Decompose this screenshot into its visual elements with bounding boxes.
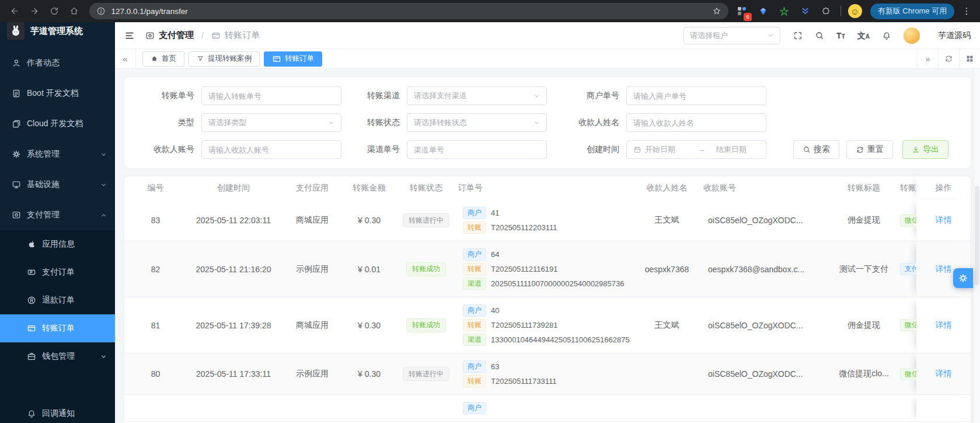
- sidebar-subitem-转账订单[interactable]: 转账订单: [0, 314, 115, 342]
- cell-actions: 详情: [916, 200, 971, 241]
- translate-icon[interactable]: 文A: [857, 32, 870, 40]
- filter-select-转账渠道[interactable]: 请选择支付渠道: [407, 86, 547, 105]
- app-logo[interactable]: 芋道管理系统: [0, 22, 115, 40]
- info-icon[interactable]: [96, 6, 106, 16]
- input-收款人账号: [201, 140, 341, 159]
- breadcrumb-section[interactable]: 支付管理: [159, 30, 194, 41]
- column-header-amount: 转账金额: [344, 176, 394, 200]
- tabs-refresh-button[interactable]: [938, 49, 959, 68]
- browser-reload-button[interactable]: [46, 2, 63, 20]
- sidebar-subitem-退款订单[interactable]: 退款订单: [0, 286, 115, 314]
- extension-gem-icon[interactable]: [755, 4, 770, 19]
- search-icon[interactable]: [815, 31, 824, 40]
- reload-icon: [50, 6, 59, 16]
- menu-fold-icon[interactable]: [124, 30, 135, 41]
- sidebar-item-系统管理[interactable]: 系统管理: [0, 139, 115, 169]
- gem-icon: [758, 6, 768, 16]
- cell-payee-name: 王文斌: [630, 297, 703, 353]
- browser-back-button[interactable]: [6, 2, 23, 20]
- browser-home-button[interactable]: [65, 2, 83, 20]
- column-header-op: 操作: [916, 176, 971, 200]
- order-no-value: 1330001046449442505110062516628752: [491, 335, 630, 344]
- fullscreen-icon[interactable]: [793, 31, 803, 40]
- sidebar-subitem-label: 支付订单: [42, 267, 107, 278]
- username[interactable]: 芋道源码: [938, 30, 971, 41]
- cell-create-time: 2025-05-11 21:16:20: [187, 241, 280, 297]
- refresh-icon: [856, 145, 864, 154]
- table-row: 812025-05-11 17:39:28商城应用¥ 0.30转账成功商户40转…: [124, 297, 971, 353]
- cell-pay-app: 商城应用: [280, 297, 344, 353]
- cell-payee-name: [630, 353, 703, 395]
- extensions-puzzle-button[interactable]: [818, 4, 833, 19]
- order-line: 转账T202505112116191: [463, 262, 626, 276]
- sidebar-item-label: 系统管理: [27, 149, 95, 160]
- 搜索-button[interactable]: 搜索: [793, 140, 839, 159]
- extension-star-icon[interactable]: [776, 4, 791, 19]
- tenant-select[interactable]: 请选择租户: [683, 27, 780, 44]
- sidebar-subitem-支付订单[interactable]: 支付订单: [0, 258, 115, 286]
- sidebar-item-label: Boot 开发文档: [27, 88, 107, 99]
- button-label: 重置: [867, 144, 884, 155]
- sidebar-item-Boot 开发文档[interactable]: Boot 开发文档: [0, 78, 115, 109]
- filter-input-商户单号[interactable]: [633, 92, 759, 100]
- notification-bell-icon[interactable]: [882, 31, 891, 40]
- detail-link[interactable]: 详情: [936, 320, 952, 330]
- sidebar-item-支付管理[interactable]: 支付管理: [0, 200, 115, 230]
- address-bar[interactable]: 127.0.0.1/pay/transfer: [89, 3, 728, 19]
- order-line: 商户41: [463, 206, 626, 220]
- sidebar-subitem-钱包管理[interactable]: 钱包管理: [0, 342, 115, 370]
- filter-input-收款人账号[interactable]: [208, 145, 334, 154]
- order-line: 转账T202505111733111: [463, 374, 626, 389]
- filter-input-转账单号[interactable]: [208, 92, 334, 100]
- cell-actions: 详情: [916, 353, 971, 395]
- tab-转账订单[interactable]: 转账订单: [264, 51, 322, 67]
- extension-icon-badged[interactable]: 6: [734, 4, 749, 19]
- input-商户单号: [626, 86, 766, 105]
- cell-payee-account: [703, 395, 829, 422]
- sidebar-subitem-回调通知[interactable]: 回调通知: [0, 400, 115, 423]
- scrollbar-thumb[interactable]: [975, 186, 979, 285]
- sidebar-subitem-应用信息[interactable]: 应用信息: [0, 230, 115, 258]
- font-size-icon[interactable]: TT: [836, 32, 845, 40]
- bookmark-star-icon[interactable]: [712, 6, 721, 16]
- browser-forward-button[interactable]: [26, 2, 43, 20]
- sidebar-item-作者动态[interactable]: 作者动态: [0, 48, 115, 78]
- status-tag: 转账成功: [406, 318, 446, 332]
- table-row: 802025-05-11 17:33:11示例应用¥ 0.30转账进行中商户63…: [124, 353, 971, 395]
- order-tag-转账: 转账: [463, 319, 486, 331]
- filter-select-转账状态[interactable]: 请选择转账状态: [407, 113, 547, 132]
- settings-gear-button[interactable]: [953, 268, 973, 288]
- 重置-button[interactable]: 重置: [846, 140, 893, 159]
- home-icon: [151, 55, 158, 63]
- browser-menu-button[interactable]: ⋮: [957, 2, 974, 20]
- cell-transfer-title: 测试一下支付: [829, 241, 899, 297]
- tabs-scroll-right-button[interactable]: »: [917, 49, 938, 68]
- extension-badge: 6: [744, 13, 752, 21]
- chevron-down-icon: [768, 32, 774, 39]
- tabs-scroll-left-button[interactable]: «: [115, 49, 136, 68]
- column-header-status: 转账状态: [394, 176, 458, 200]
- chrome-update-chip[interactable]: 有新版 Chrome 可用: [870, 4, 954, 19]
- date-range-picker[interactable]: 开始日期–结束日期: [626, 140, 766, 159]
- column-header-time: 创建时间: [187, 176, 280, 200]
- profile-avatar[interactable]: ☺: [848, 4, 862, 18]
- user-avatar[interactable]: [904, 27, 920, 44]
- sidebar-item-Cloud 开发文档[interactable]: Cloud 开发文档: [0, 109, 115, 139]
- 导出-button[interactable]: 导出: [902, 140, 948, 159]
- sidebar-item-基础设施[interactable]: 基础设施: [0, 169, 115, 200]
- detail-link[interactable]: 详情: [936, 264, 952, 273]
- cell-amount: [344, 395, 394, 422]
- extension-chevrons-icon[interactable]: [797, 4, 812, 19]
- cell-order-no: 商户: [458, 395, 630, 422]
- tab-提现转账案例[interactable]: 提现转账案例: [189, 51, 260, 67]
- scrollbar-track[interactable]: [973, 69, 980, 423]
- detail-link[interactable]: 详情: [936, 215, 952, 224]
- detail-link[interactable]: 详情: [936, 369, 952, 378]
- breadcrumb-separator: /: [201, 31, 204, 40]
- cell-create-time: 2025-05-11 17:33:11: [187, 353, 280, 395]
- filter-input-收款人姓名[interactable]: [633, 119, 759, 127]
- filter-input-渠道单号[interactable]: [414, 145, 540, 154]
- filter-select-类型[interactable]: 请选择类型: [201, 113, 341, 132]
- tab-首页[interactable]: 首页: [142, 51, 184, 67]
- tabs-layout-button[interactable]: [959, 49, 980, 68]
